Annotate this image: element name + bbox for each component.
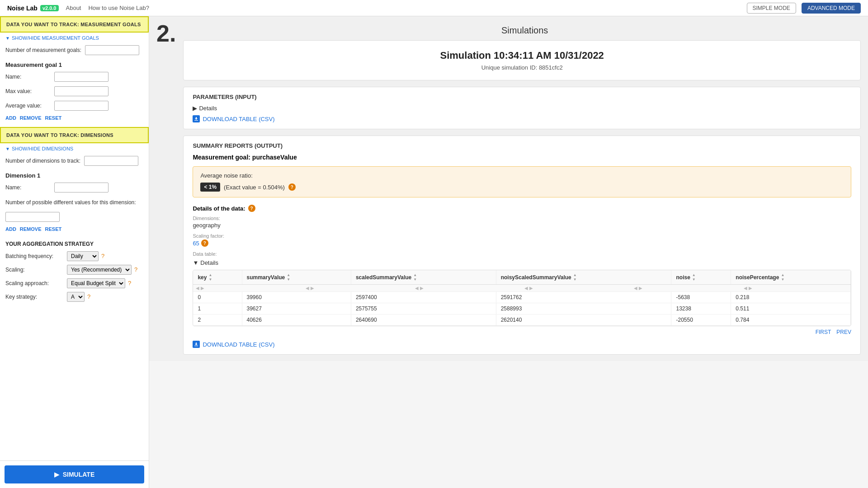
reset-dim-link[interactable]: RESET: [45, 226, 62, 232]
top-nav: Noise Lab v2.0.0 About How to use Noise …: [0, 0, 868, 16]
num-dims-input[interactable]: 1: [84, 156, 138, 166]
goal-name-label: Name:: [5, 72, 51, 80]
scaling-approach-label: Scaling approach:: [5, 280, 64, 286]
add-dim-link[interactable]: ADD: [5, 226, 16, 232]
batching-freq-row: Batching frequency: Daily Weekly ?: [0, 250, 149, 263]
noise-sort-icon[interactable]: ▲▼: [692, 273, 696, 282]
goal-avg-group: Average value: 120: [0, 99, 149, 113]
goal-action-links: ADD REMOVE RESET: [0, 113, 149, 125]
key-sort-icon[interactable]: ▲▼: [208, 273, 212, 282]
section2-header: DATA YOU WANT TO TRACK: DIMENSIONS: [0, 127, 149, 143]
num-dims-group: Number of dimensions to track: 1: [0, 154, 149, 168]
summary-sort-icon[interactable]: ▲▼: [287, 273, 290, 282]
goal-label: Measurement goal: purchaseValue: [193, 154, 851, 161]
noise-ratio-box: Average noise ratio: < 1% (Exact value =…: [193, 166, 851, 197]
num-goals-input[interactable]: 1: [85, 45, 139, 55]
simulate-play-icon: ▶: [54, 471, 59, 478]
col-scroll-right[interactable]: ▶: [201, 286, 204, 291]
add-goal-link[interactable]: ADD: [5, 115, 16, 121]
dim-name-input[interactable]: geography: [54, 183, 108, 192]
dim-possible-input[interactable]: 3: [5, 212, 60, 222]
how-to-link[interactable]: How to use Noise Lab?: [88, 5, 149, 11]
details-of-data-heading: Details of the data: ?: [193, 205, 851, 212]
goal-max-input[interactable]: 1000: [54, 86, 108, 96]
col-noisepct-header[interactable]: noisePercentage ▲▼: [731, 270, 851, 285]
key-strategy-label: Key strategy:: [5, 294, 64, 300]
goal-avg-input[interactable]: 120: [54, 101, 108, 111]
sim-id: Unique simulation ID: 8851cfc2: [194, 64, 849, 71]
col-scroll-left[interactable]: ◀: [196, 286, 199, 291]
download-icon-top: [193, 115, 200, 122]
table-details-toggle[interactable]: ▼ Details: [193, 259, 851, 266]
app-logo: Noise Lab v2.0.0: [7, 5, 59, 12]
noise-ratio-row: < 1% (Exact value = 0.504%) ?: [200, 183, 844, 192]
scaling-row: Scaling: Yes (Recommended) No ?: [0, 263, 149, 276]
scaling-factor-value: 65 ?: [193, 239, 851, 247]
section1-header: DATA YOU WANT TO TRACK: MEASUREMENT GOAL…: [0, 16, 149, 33]
goals-toggle-arrow: ▼: [5, 36, 10, 41]
simple-mode-button[interactable]: SIMPLE MODE: [747, 3, 796, 14]
remove-goal-link[interactable]: REMOVE: [20, 115, 42, 121]
goal-max-label: Max value:: [5, 86, 51, 94]
advanced-mode-button[interactable]: ADVANCED MODE: [802, 3, 861, 14]
col-key-header[interactable]: key ▲▼: [193, 270, 242, 285]
noise-exact: (Exact value = 0.504%): [224, 184, 285, 191]
params-details-toggle[interactable]: ▶ Details: [193, 105, 851, 112]
col-noise-header[interactable]: noise ▲▼: [671, 270, 731, 285]
noise-help-icon[interactable]: ?: [288, 183, 296, 191]
key-strategy-help-icon[interactable]: ?: [87, 293, 90, 300]
download-table-bottom[interactable]: DOWNLOAD TABLE (CSV): [193, 341, 851, 348]
reset-goal-link[interactable]: RESET: [45, 115, 62, 121]
dimensions-value: geography: [193, 222, 851, 229]
goal-avg-label: Average value:: [5, 101, 51, 109]
noise-ratio-title: Average noise ratio:: [200, 172, 844, 179]
dim-action-links: ADD REMOVE RESET: [0, 225, 149, 236]
remove-dim-link[interactable]: REMOVE: [20, 226, 42, 232]
first-page-button[interactable]: FIRST: [816, 329, 831, 335]
dim1-heading: Dimension 1: [0, 169, 149, 181]
params-section-title: PARAMETERS (INPUT): [193, 94, 851, 100]
scaling-approach-help-icon[interactable]: ?: [128, 280, 131, 286]
download-table-top[interactable]: DOWNLOAD TABLE (CSV): [193, 115, 851, 122]
data-details-help-icon[interactable]: ?: [248, 205, 255, 212]
about-link[interactable]: About: [66, 5, 81, 11]
simulate-btn-container: ▶ SIMULATE: [0, 460, 149, 488]
batch-select[interactable]: Daily Weekly: [67, 251, 99, 261]
scaling-label: Scaling:: [5, 267, 64, 273]
scaling-factor-help-icon[interactable]: ?: [201, 239, 208, 247]
dim-possible-label: Number of possible different values for …: [5, 197, 136, 208]
scaling-select[interactable]: Yes (Recommended) No: [67, 265, 132, 275]
table-row: 03996025974002591762-56380.218: [193, 292, 850, 303]
table-row: 24062626406902620140-205500.784: [193, 314, 850, 326]
scaling-approach-select[interactable]: Equal Budget Split: [67, 278, 125, 288]
dims-toggle-arrow: ▼: [5, 146, 10, 151]
data-table-wrapper: key ▲▼ summaryValue ▲▼: [193, 270, 851, 326]
dim-name-group: Name: geography: [0, 181, 149, 194]
scaling-help-icon[interactable]: ?: [134, 266, 137, 273]
simulate-button[interactable]: ▶ SIMULATE: [5, 465, 144, 483]
col-scaled-header[interactable]: scaledSummaryValue ▲▼: [351, 270, 496, 285]
col-noisy-header[interactable]: noisyScaledSummaryValue ▲▼: [496, 270, 671, 285]
download-icon-bottom: [193, 341, 200, 348]
key-strategy-row: Key strategy: A B ?: [0, 291, 149, 303]
bottom-download: DOWNLOAD TABLE (CSV): [193, 341, 851, 348]
version-badge: v2.0.0: [40, 5, 59, 11]
simulations-title: Simulations: [181, 16, 868, 40]
dim-name-label: Name:: [5, 183, 51, 191]
show-hide-dims-toggle[interactable]: ▼ SHOW/HIDE DIMENSIONS: [0, 143, 149, 154]
noisepct-sort-icon[interactable]: ▲▼: [781, 273, 784, 282]
goal-name-input[interactable]: purchaseValue: [54, 72, 108, 82]
params-arrow-icon: ▶: [193, 105, 197, 112]
prev-page-button[interactable]: PREV: [836, 329, 851, 335]
table-row: 13962725757552588993132380.511: [193, 303, 850, 314]
agg-heading: YOUR AGGREGATION STRATEGY: [0, 236, 149, 250]
scaled-sort-icon[interactable]: ▲▼: [413, 273, 417, 282]
main-layout: DATA YOU WANT TO TRACK: MEASUREMENT GOAL…: [0, 16, 868, 488]
batch-help-icon[interactable]: ?: [101, 253, 104, 259]
col-summary-header[interactable]: summaryValue ▲▼: [242, 270, 351, 285]
show-hide-goals-toggle[interactable]: ▼ SHOW/HIDE MEASUREMENT GOALS: [0, 33, 149, 43]
num-goals-label: Number of measurement goals:: [5, 45, 81, 53]
noisy-sort-icon[interactable]: ▲▼: [573, 273, 577, 282]
key-strategy-select[interactable]: A B: [67, 292, 85, 302]
batch-label: Batching frequency:: [5, 253, 64, 259]
